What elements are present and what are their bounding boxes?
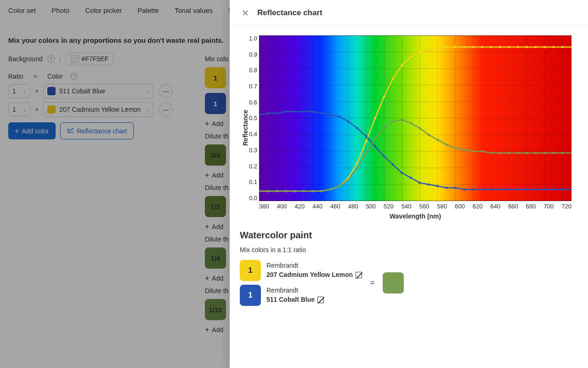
svg-point-121 xyxy=(428,134,430,136)
svg-point-113 xyxy=(356,167,358,169)
y-tick: 0.2 xyxy=(249,163,257,169)
svg-point-92 xyxy=(490,188,492,190)
paint-brand: Rembrandt xyxy=(266,286,324,295)
svg-point-71 xyxy=(303,110,305,113)
svg-point-81 xyxy=(392,163,394,166)
paint-row: 1 Rembrandt 511 Cobalt Blue xyxy=(240,285,362,306)
x-axis-label: Wavelength (nm) xyxy=(259,213,571,220)
x-tick: 500 xyxy=(366,203,376,210)
svg-point-118 xyxy=(401,119,403,121)
svg-point-114 xyxy=(365,152,368,154)
svg-point-110 xyxy=(329,188,332,190)
svg-point-106 xyxy=(294,190,296,192)
equals-icon: = xyxy=(370,279,374,287)
external-icon[interactable] xyxy=(317,297,324,303)
svg-point-115 xyxy=(374,137,376,139)
svg-point-43 xyxy=(374,117,376,120)
svg-point-53 xyxy=(463,46,465,48)
svg-point-124 xyxy=(454,147,457,149)
y-tick: 0.1 xyxy=(249,179,257,185)
x-tick: 380 xyxy=(259,203,269,210)
svg-point-94 xyxy=(508,188,510,190)
x-tick: 420 xyxy=(295,203,305,210)
x-tick: 720 xyxy=(561,203,571,210)
svg-point-135 xyxy=(553,152,555,154)
svg-point-133 xyxy=(535,152,537,154)
svg-point-79 xyxy=(374,145,376,148)
svg-point-51 xyxy=(446,46,448,48)
svg-point-59 xyxy=(517,46,519,48)
svg-point-127 xyxy=(481,150,483,153)
svg-point-84 xyxy=(418,182,421,184)
x-tick: 580 xyxy=(437,203,447,210)
y-tick: 0.9 xyxy=(249,52,257,58)
svg-point-111 xyxy=(338,185,340,187)
result-swatch xyxy=(383,272,404,293)
svg-point-97 xyxy=(535,188,537,190)
reflectance-panel: Reflectance chart Reflectance 1.00.90.80… xyxy=(230,0,588,368)
paint-name: 511 Cobalt Blue xyxy=(266,295,315,305)
x-tick: 460 xyxy=(330,203,340,210)
svg-point-57 xyxy=(499,46,501,48)
svg-point-83 xyxy=(410,177,412,179)
external-icon[interactable] xyxy=(356,272,362,278)
svg-point-58 xyxy=(508,46,510,48)
svg-point-126 xyxy=(472,150,475,153)
svg-point-55 xyxy=(481,46,483,48)
x-tick: 680 xyxy=(526,203,536,210)
svg-point-41 xyxy=(356,162,358,164)
y-tick: 1.0 xyxy=(249,35,257,41)
y-tick: 0.7 xyxy=(249,83,257,89)
svg-point-132 xyxy=(526,152,528,154)
y-tick: 0.4 xyxy=(249,131,257,137)
svg-point-60 xyxy=(526,46,528,48)
svg-point-120 xyxy=(418,127,421,129)
svg-point-64 xyxy=(561,46,564,48)
paint-swatch: 1 xyxy=(240,260,261,281)
svg-point-76 xyxy=(347,121,350,123)
svg-point-45 xyxy=(392,77,394,80)
svg-point-107 xyxy=(303,190,305,192)
svg-point-90 xyxy=(472,188,475,190)
svg-point-47 xyxy=(410,56,412,58)
svg-point-112 xyxy=(347,178,350,181)
paint-brand: Rembrandt xyxy=(266,261,362,270)
svg-point-62 xyxy=(543,46,546,48)
svg-point-78 xyxy=(365,135,368,138)
svg-point-48 xyxy=(418,51,421,53)
svg-point-49 xyxy=(428,49,430,52)
paint-row: 1 Rembrandt 207 Cadmium Yellow Lemon xyxy=(240,260,362,281)
svg-point-117 xyxy=(392,121,394,123)
svg-point-116 xyxy=(383,127,385,129)
close-icon[interactable] xyxy=(240,7,251,18)
svg-point-85 xyxy=(428,184,430,186)
svg-point-63 xyxy=(553,46,555,48)
x-tick: 700 xyxy=(544,203,554,210)
x-tick: 600 xyxy=(455,203,465,210)
svg-point-108 xyxy=(311,190,314,192)
svg-point-50 xyxy=(436,47,439,50)
svg-point-91 xyxy=(481,188,483,190)
svg-point-89 xyxy=(463,188,465,190)
x-tick: 540 xyxy=(401,203,412,210)
svg-point-93 xyxy=(499,188,501,190)
svg-point-136 xyxy=(561,152,564,154)
y-tick: 0.5 xyxy=(249,115,257,121)
svg-point-70 xyxy=(294,110,296,113)
y-tick: 0.6 xyxy=(249,99,257,105)
y-tick: 0.8 xyxy=(249,67,257,73)
svg-point-68 xyxy=(276,112,278,115)
y-tick: 0.3 xyxy=(249,147,257,153)
svg-point-134 xyxy=(543,152,546,154)
svg-point-119 xyxy=(410,122,412,124)
svg-point-96 xyxy=(526,188,528,190)
svg-point-99 xyxy=(553,188,555,190)
svg-point-74 xyxy=(329,114,332,116)
svg-point-72 xyxy=(311,110,314,113)
paint-name: 207 Cadmium Yellow Lemon xyxy=(266,270,353,280)
svg-point-73 xyxy=(321,112,323,115)
svg-point-130 xyxy=(508,152,510,154)
y-tick: 0.0 xyxy=(249,195,257,201)
svg-point-82 xyxy=(401,172,403,174)
svg-point-75 xyxy=(338,115,340,118)
